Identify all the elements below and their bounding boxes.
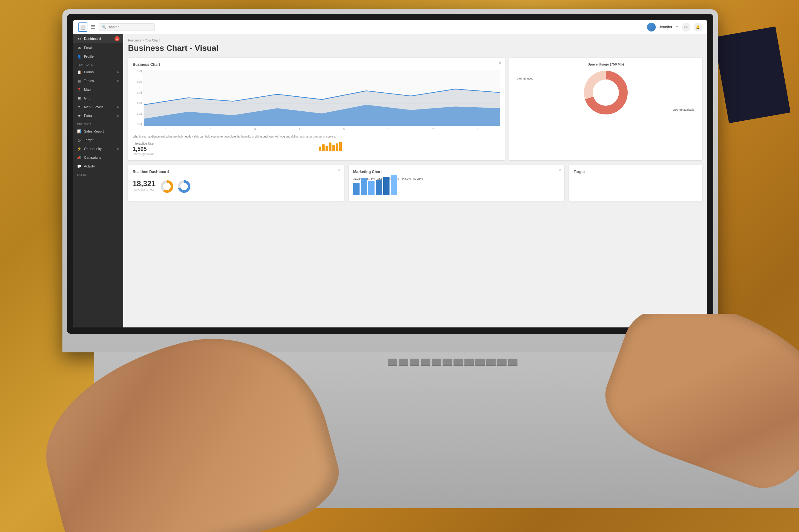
key (388, 359, 397, 366)
notifications-button[interactable]: 🔔 (693, 23, 702, 32)
x-label-6: 6 (388, 128, 389, 131)
activity-icon: 💬 (77, 164, 81, 168)
y-axis-labels: 5M$ 4M$ 3M$ 2M$ 1M$ 0M$ (133, 70, 144, 126)
breadcrumb-separator: > (142, 39, 145, 42)
laptop-shell: ⬜ ☰ 🔍 J Jennifer ▼ ⚙ 🔔 (62, 10, 718, 353)
monitor-icon: ⬜ (80, 25, 86, 30)
sidebar-item-profile[interactable]: 👤 Profile (73, 52, 123, 61)
realtime-value: 18,321 (133, 179, 156, 188)
realtime-close-button[interactable]: × (338, 168, 341, 172)
mini-bar-2 (322, 145, 325, 151)
sidebar-label-forms: Forms (84, 70, 94, 74)
sidebar-item-map[interactable]: 📍 Map (73, 85, 123, 94)
sidebar-item-tables[interactable]: ▦ Tables ▶ (73, 76, 123, 85)
organic-donut (160, 179, 174, 194)
sidebar-item-extra[interactable]: ★ Extra ▶ (73, 111, 123, 120)
hamburger-menu-icon[interactable]: ☰ (91, 24, 95, 31)
business-chart-card: Business Chart × 5M$ 4M$ 3M$ 2M$ 1M$ (128, 58, 505, 160)
realtime-dashboard-card: Realtime Dashboard × 18,321 Active users… (128, 165, 344, 202)
sidebar-label-map: Map (84, 88, 91, 91)
top-row: Business Chart × 5M$ 4M$ 3M$ 2M$ 1M$ (128, 58, 702, 160)
interactive-user-label: Interactive User (133, 142, 314, 145)
business-chart-close-button[interactable]: × (499, 61, 501, 65)
donut-used-label: 375 Mb used (517, 77, 533, 80)
sidebar-item-grid[interactable]: ⊞ Grid (73, 94, 123, 102)
sidebar-item-dashboard[interactable]: ⊙ Dashboard 1 (73, 34, 123, 43)
x-label-1: 1 (165, 128, 167, 131)
donut-container: 375 Mb used 250 Mb available (514, 68, 697, 118)
sales-report-icon: 📊 (77, 129, 81, 133)
marketing-bar-5 (383, 177, 389, 195)
realtime-title: Realtime Dashboard (133, 170, 339, 174)
y-label-4m: 4M$ (133, 80, 142, 83)
opportunity-icon: ⚡ (77, 147, 81, 151)
sidebar-label-profile: Profile (84, 55, 94, 58)
sidebar-item-target[interactable]: ◎ Target (73, 136, 123, 145)
y-label-0m: 0M$ (133, 123, 142, 126)
sidebar-label-grid: Grid (84, 96, 91, 100)
breadcrumb: Resource > Your Chart (128, 39, 702, 42)
breadcrumb-resource: Resource (128, 39, 141, 42)
opportunity-arrow-icon: ▶ (117, 147, 120, 150)
y-label-3m: 3M$ (133, 91, 142, 94)
user-name-label: Jennifer (659, 25, 672, 29)
dashboard-icon: ⊙ (77, 37, 81, 41)
key (486, 359, 496, 366)
laptop-keyboard (94, 353, 799, 508)
settings-button[interactable]: ⚙ (682, 23, 690, 32)
user-avatar: J (647, 23, 656, 32)
marketing-chart-card: Marketing Chart × 31.25% 43.75% 38.50% 4… (349, 165, 565, 202)
sidebar-item-forms[interactable]: 📋 Forms ▶ (73, 68, 123, 76)
sidebar-item-campaigns[interactable]: 📣 Campaigns (73, 153, 123, 162)
sidebar-label-target: Target (84, 138, 94, 142)
sidebar-label-menu-levels: Menu Levels (84, 105, 103, 109)
extra-icon: ★ (77, 114, 81, 118)
interactive-user-stat: Interactive User 1,505 User Registration (133, 142, 314, 156)
sidebar-label-opportunity: Opportunity (84, 147, 102, 151)
topbar-right: J Jennifer ▼ ⚙ 🔔 (647, 23, 702, 32)
sidebar-item-sales-report[interactable]: 📊 Sales Report (73, 127, 123, 136)
bell-icon: 🔔 (696, 25, 700, 29)
key (497, 359, 507, 366)
target-icon: ◎ (77, 138, 81, 142)
sidebar-item-opportunity[interactable]: ⚡ Opportunity ▶ (73, 145, 123, 153)
key (410, 359, 419, 366)
x-label-3: 3 (254, 128, 256, 131)
breadcrumb-current: Your Chart (145, 39, 160, 42)
key (454, 359, 463, 366)
main-content: Resource > Your Chart Business Chart - V… (123, 34, 707, 327)
email-icon: ✉ (77, 45, 81, 50)
grid-icon: ⊞ (77, 96, 81, 100)
marketing-bar-chart (353, 183, 560, 195)
search-input[interactable] (108, 25, 146, 29)
forms-arrow-icon: ▶ (117, 71, 120, 74)
menu-levels-icon: ≡ (77, 105, 81, 109)
sidebar-item-menu-levels[interactable]: ≡ Menu Levels ▶ (73, 102, 123, 111)
key (421, 359, 430, 366)
tables-icon: ▦ (77, 79, 81, 83)
app-topbar: ⬜ ☰ 🔍 J Jennifer ▼ ⚙ 🔔 (73, 20, 707, 34)
target-card: Target (569, 165, 702, 202)
notebook (714, 26, 791, 123)
forms-icon: 📋 (77, 70, 81, 74)
tables-arrow-icon: ▶ (117, 79, 120, 82)
keyboard-row-1 (100, 359, 799, 366)
sidebar-item-email[interactable]: ✉ Email (73, 43, 123, 52)
dropdown-chevron-icon: ▼ (675, 25, 678, 29)
realtime-content: 18,321 Active users now (133, 177, 339, 194)
chart-svg (144, 70, 500, 126)
pct-5: 44.50% (401, 177, 411, 180)
search-bar[interactable]: 🔍 (98, 23, 155, 31)
screen-bezel: ⬜ ☰ 🔍 J Jennifer ▼ ⚙ 🔔 (67, 14, 713, 334)
notification-badge: 1 (114, 36, 120, 41)
sidebar-item-activity[interactable]: 💬 Activity (73, 162, 123, 171)
app-logo: ⬜ (78, 22, 87, 32)
keyboard-rows (94, 353, 799, 372)
x-label-7: 7 (432, 128, 434, 131)
marketing-close-button[interactable]: × (559, 168, 561, 172)
mini-bar-6 (336, 144, 338, 151)
key (442, 359, 452, 366)
sidebar-label-sales-report: Sales Report (84, 129, 104, 133)
mini-bar-1 (319, 147, 321, 151)
chart-description: Who is your audience and what are their … (133, 135, 500, 139)
